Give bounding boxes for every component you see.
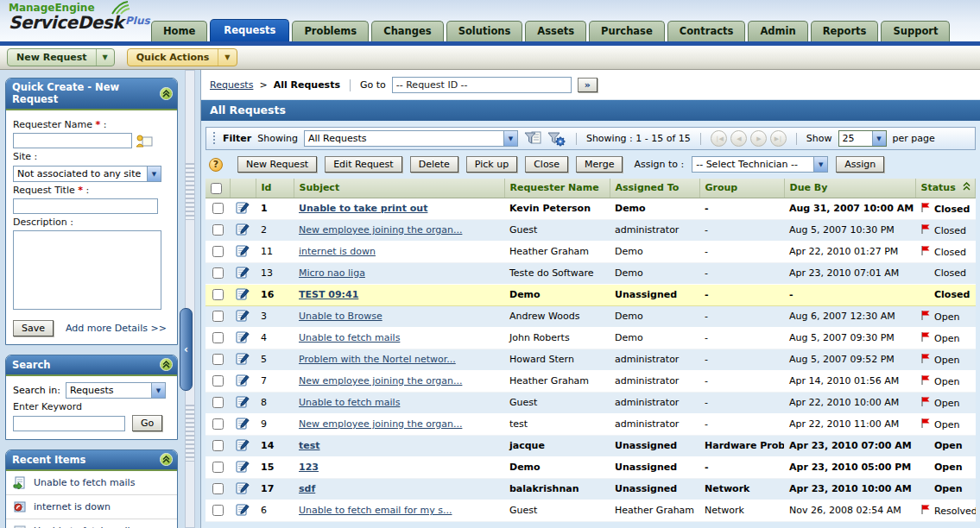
tab-home[interactable]: Home bbox=[151, 21, 207, 41]
tab-reports[interactable]: Reports bbox=[811, 21, 879, 41]
row-checkbox[interactable] bbox=[212, 462, 224, 473]
drag-grip-icon[interactable] bbox=[212, 131, 217, 146]
tab-problems[interactable]: Problems bbox=[292, 21, 369, 41]
collapse-panel-icon[interactable] bbox=[160, 358, 173, 371]
edit-request-icon[interactable] bbox=[236, 335, 250, 346]
new-request-button[interactable]: New Request bbox=[237, 156, 317, 173]
delete-button[interactable]: Delete bbox=[410, 156, 458, 173]
subject-link[interactable]: Problem with the Nortel networ... bbox=[299, 354, 456, 365]
filter-list-icon[interactable] bbox=[524, 131, 541, 146]
edit-request-icon[interactable] bbox=[236, 248, 250, 260]
collapse-panel-icon[interactable] bbox=[160, 453, 173, 466]
technician-select[interactable]: -- Select Technician -- ▼ bbox=[692, 156, 828, 173]
chevron-down-icon[interactable]: ▼ bbox=[96, 49, 114, 66]
sort-ascending-icon[interactable] bbox=[963, 182, 971, 193]
subject-link[interactable]: Unable to take print out bbox=[299, 203, 427, 214]
add-more-details-link[interactable]: Add more Details >> bbox=[66, 323, 167, 334]
edit-request-icon[interactable] bbox=[236, 270, 250, 281]
filter-settings-icon[interactable] bbox=[547, 131, 566, 147]
column-header-group[interactable]: Group bbox=[699, 179, 784, 198]
recent-item[interactable]: internet is down bbox=[6, 495, 177, 519]
subject-link[interactable]: Unable to fetch mails bbox=[299, 332, 400, 343]
edit-request-icon[interactable] bbox=[236, 205, 250, 217]
site-select[interactable]: Not associated to any site ▼ bbox=[13, 166, 161, 182]
goto-request-id-input[interactable] bbox=[392, 77, 572, 93]
row-checkbox[interactable] bbox=[212, 483, 224, 494]
recent-item[interactable]: Unable to fetch mails bbox=[6, 471, 177, 495]
page-size-select[interactable]: 25 ▼ bbox=[838, 130, 887, 147]
last-page-button[interactable]: ▶❘ bbox=[770, 130, 787, 147]
edit-request-icon[interactable] bbox=[236, 464, 250, 475]
row-checkbox[interactable] bbox=[212, 505, 224, 516]
subject-link[interactable]: Unable to Browse bbox=[299, 311, 383, 322]
column-header-due-by[interactable]: Due By bbox=[784, 179, 915, 198]
assign-button[interactable]: Assign bbox=[836, 156, 884, 173]
tab-contracts[interactable]: Contracts bbox=[667, 21, 746, 41]
merge-button[interactable]: Merge bbox=[576, 156, 623, 173]
column-header-status[interactable]: Status bbox=[915, 179, 976, 198]
quick-actions-menu-button[interactable]: Quick Actions ▼ bbox=[127, 48, 237, 66]
edit-request-icon[interactable] bbox=[236, 443, 250, 454]
collapse-sidebar-handle[interactable]: ‹ bbox=[180, 308, 193, 391]
save-button[interactable]: Save bbox=[13, 320, 54, 336]
pick-up-button[interactable]: Pick up bbox=[466, 156, 517, 173]
edit-request-icon[interactable] bbox=[236, 421, 250, 432]
tab-changes[interactable]: Changes bbox=[371, 21, 443, 41]
row-checkbox[interactable] bbox=[212, 397, 224, 408]
tab-requests[interactable]: Requests bbox=[210, 19, 289, 41]
subject-link[interactable]: internet is down bbox=[299, 246, 376, 257]
edit-request-button[interactable]: Edit Request bbox=[325, 156, 401, 173]
column-header-subject[interactable]: Subject bbox=[294, 179, 504, 198]
request-title-input[interactable] bbox=[13, 198, 158, 214]
row-checkbox[interactable] bbox=[212, 203, 224, 214]
chevron-down-icon[interactable]: ▼ bbox=[813, 157, 827, 172]
requester-name-input[interactable] bbox=[13, 133, 132, 148]
tab-solutions[interactable]: Solutions bbox=[446, 21, 523, 41]
collapse-panel-icon[interactable] bbox=[160, 87, 173, 100]
column-header-requester-name[interactable]: Requester Name bbox=[504, 179, 610, 198]
edit-request-icon[interactable] bbox=[236, 227, 250, 238]
tab-assets[interactable]: Assets bbox=[525, 21, 586, 41]
row-checkbox[interactable] bbox=[212, 224, 224, 236]
row-checkbox[interactable] bbox=[212, 332, 224, 343]
row-checkbox[interactable] bbox=[212, 418, 224, 430]
breadcrumb-requests-link[interactable]: Requests bbox=[210, 79, 253, 91]
previous-page-button[interactable]: ◀ bbox=[730, 130, 747, 147]
row-checkbox[interactable] bbox=[212, 246, 224, 257]
go-button[interactable]: Go bbox=[132, 415, 162, 431]
subject-link[interactable]: New employee joining the organ... bbox=[299, 418, 462, 430]
goto-button[interactable]: » bbox=[578, 78, 597, 92]
column-header-id[interactable]: Id bbox=[256, 179, 294, 198]
row-checkbox[interactable] bbox=[212, 440, 224, 451]
new-request-menu-button[interactable]: New Request ▼ bbox=[7, 48, 115, 66]
subject-link[interactable]: New employee joining the organ... bbox=[299, 224, 462, 236]
edit-request-icon[interactable] bbox=[236, 292, 250, 303]
row-checkbox[interactable] bbox=[212, 354, 224, 365]
edit-request-icon[interactable] bbox=[236, 507, 250, 519]
chevron-down-icon[interactable]: ▼ bbox=[872, 131, 886, 146]
edit-request-icon[interactable] bbox=[236, 399, 250, 411]
chevron-down-icon[interactable]: ▼ bbox=[218, 49, 236, 66]
close-button[interactable]: Close bbox=[525, 156, 568, 173]
column-header-assigned-to[interactable]: Assigned To bbox=[610, 179, 699, 198]
subject-link[interactable]: New employee joining the organ... bbox=[299, 375, 462, 387]
subject-link[interactable]: Micro nao liga bbox=[299, 267, 365, 279]
search-in-select[interactable]: Requests ▼ bbox=[66, 382, 166, 399]
row-checkbox[interactable] bbox=[212, 375, 224, 387]
chevron-down-icon[interactable]: ▼ bbox=[503, 131, 517, 146]
help-icon[interactable]: ? bbox=[209, 158, 223, 172]
next-page-button[interactable]: ▶ bbox=[750, 130, 767, 147]
subject-link[interactable]: Unable to fetch email for my s... bbox=[299, 505, 452, 516]
tab-support[interactable]: Support bbox=[881, 21, 950, 41]
subject-link[interactable]: test bbox=[299, 440, 320, 451]
subject-link[interactable]: 123 bbox=[299, 462, 319, 473]
filter-select[interactable]: All Requests ▼ bbox=[304, 130, 518, 147]
subject-link[interactable]: sdf bbox=[299, 483, 315, 494]
chevron-down-icon[interactable]: ▼ bbox=[151, 383, 165, 398]
edit-request-icon[interactable] bbox=[236, 356, 250, 368]
row-checkbox[interactable] bbox=[212, 267, 224, 279]
subject-link[interactable]: TEST 09:41 bbox=[299, 289, 358, 300]
description-textarea[interactable] bbox=[13, 230, 161, 310]
tab-admin[interactable]: Admin bbox=[748, 21, 807, 41]
first-page-button[interactable]: ❘◀ bbox=[711, 130, 727, 147]
